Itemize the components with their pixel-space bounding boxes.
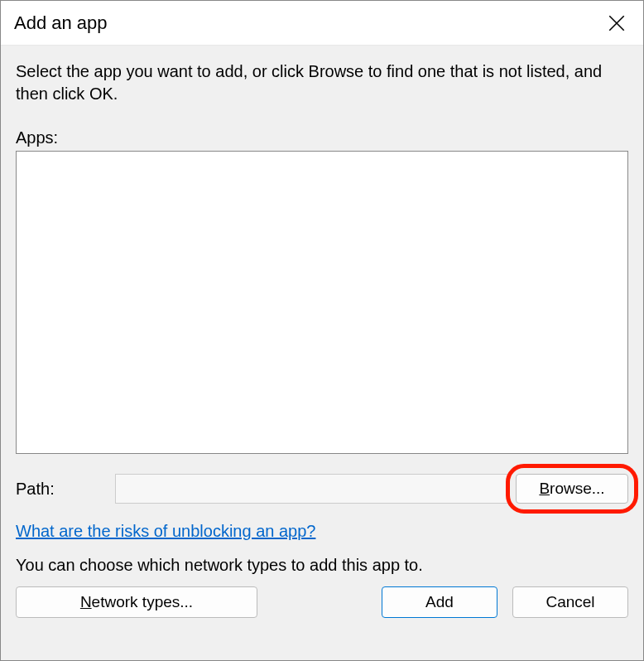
instruction-text: Select the app you want to add, or click… (16, 60, 628, 105)
path-input[interactable] (115, 474, 509, 504)
close-button[interactable] (590, 1, 643, 46)
risks-link[interactable]: What are the risks of unblocking an app? (16, 522, 315, 541)
apps-listbox[interactable] (16, 151, 628, 454)
close-icon (608, 15, 625, 31)
titlebar: Add an app (1, 1, 643, 46)
button-row: Network types... Add Cancel (16, 586, 628, 618)
cancel-button[interactable]: Cancel (512, 586, 628, 618)
network-types-note: You can choose which network types to ad… (16, 556, 628, 575)
path-row: Path: Browse... (16, 474, 628, 504)
apps-label: Apps: (16, 128, 628, 147)
dialog-content: Select the app you want to add, or click… (1, 46, 643, 660)
add-app-dialog: Add an app Select the app you want to ad… (0, 0, 644, 661)
browse-button[interactable]: Browse... (516, 474, 628, 504)
dialog-title: Add an app (14, 12, 108, 34)
add-button[interactable]: Add (382, 586, 497, 618)
path-label: Path: (16, 480, 115, 499)
network-types-button[interactable]: Network types... (16, 586, 257, 618)
